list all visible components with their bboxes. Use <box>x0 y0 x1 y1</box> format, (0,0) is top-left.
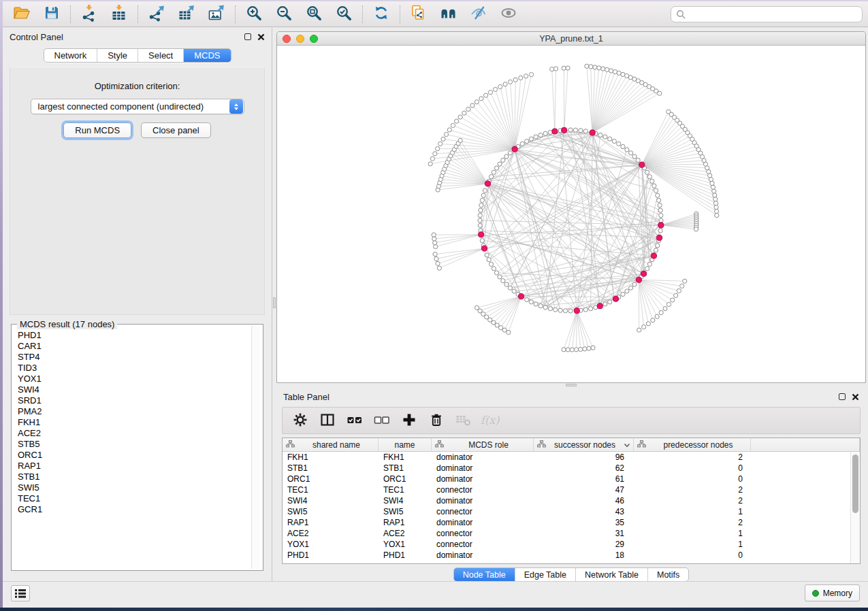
column-header-shared-name[interactable]: shared name <box>283 438 379 451</box>
mcds-result-item[interactable]: FKH1 <box>12 417 249 428</box>
table-row[interactable]: YOX1YOX1connector291 <box>283 539 860 550</box>
mcds-result-item[interactable]: ACE2 <box>12 428 249 439</box>
mcds-result-item[interactable]: GCR1 <box>12 504 249 515</box>
split-panel-button[interactable] <box>314 410 341 431</box>
tab-select[interactable]: Select <box>138 49 184 62</box>
mcds-result-item[interactable]: TID3 <box>12 363 249 374</box>
table-row[interactable]: SWI5SWI5connector431 <box>283 506 860 517</box>
show-all-button[interactable] <box>494 3 524 25</box>
zoom-in-button[interactable] <box>239 3 269 25</box>
mcds-result-item[interactable]: ORC1 <box>12 450 249 461</box>
optimization-criterion-select[interactable]: largest connected component (undirected) <box>31 99 244 114</box>
cell-predecessor_nodes: 2 <box>634 495 751 506</box>
network-column-icon <box>637 440 646 450</box>
refresh-network-button[interactable] <box>366 3 396 25</box>
import-table-button[interactable] <box>104 3 134 25</box>
unselect-all-columns-button[interactable] <box>368 410 396 431</box>
table-row[interactable]: STB1STB1dominator620 <box>283 463 860 474</box>
close-panel-button[interactable]: Close panel <box>141 122 211 138</box>
desktop-background: Control Panel NetworkStyleSelectMCDS Opt… <box>0 0 868 611</box>
tab-style[interactable]: Style <box>97 49 138 62</box>
table-row[interactable]: PHD1PHD1dominator180 <box>283 550 860 561</box>
table-row[interactable]: FKH1FKH1dominator962 <box>283 452 860 463</box>
column-header-predecessor-nodes[interactable]: predecessor nodes <box>634 438 751 451</box>
table-tab-motifs[interactable]: Motifs <box>648 568 688 581</box>
column-header-mcds-role[interactable]: MCDS role <box>432 438 534 451</box>
create-column-button[interactable] <box>396 410 423 431</box>
result-list-scrollbar[interactable] <box>251 326 260 569</box>
float-table-panel-icon[interactable] <box>839 393 846 400</box>
zoom-fit-content-button[interactable] <box>299 3 329 25</box>
mcds-result-item[interactable]: PMA2 <box>12 406 249 417</box>
mcds-result-item[interactable]: TEC1 <box>12 493 249 504</box>
close-table-panel-icon[interactable] <box>852 393 859 401</box>
node-table: shared namenameMCDS rolesuccessor nodesp… <box>282 437 861 564</box>
select-all-columns-button[interactable] <box>341 410 368 431</box>
table-row[interactable]: RAP1RAP1dominator352 <box>283 517 860 528</box>
cell-successor_nodes: 62 <box>534 463 634 474</box>
table-row[interactable]: SWI4SWI4dominator462 <box>283 495 860 506</box>
table-row[interactable]: TEC1TEC1connector472 <box>283 484 860 495</box>
equation-builder-button[interactable]: f(x) <box>477 410 504 431</box>
zoom-selected-button[interactable] <box>329 3 359 25</box>
mcds-result-item[interactable]: PHD1 <box>12 330 249 341</box>
export-table-button[interactable] <box>172 3 202 25</box>
zoom-out-button[interactable] <box>269 3 299 25</box>
save-session-button[interactable] <box>37 3 67 25</box>
node-table-header: shared namenameMCDS rolesuccessor nodesp… <box>283 438 860 452</box>
mcds-result-item[interactable]: RAP1 <box>12 461 249 472</box>
table-scrollbar-thumb[interactable] <box>852 455 858 513</box>
cell-predecessor_nodes: 2 <box>634 517 751 528</box>
delete-table-button[interactable] <box>450 410 477 431</box>
column-header-successor-nodes[interactable]: successor nodes <box>534 438 634 451</box>
vertical-splitter[interactable] <box>272 28 276 584</box>
task-list-icon <box>15 589 26 598</box>
cell-shared_name: SWI5 <box>283 506 379 517</box>
mcds-result-item[interactable]: SWI5 <box>12 482 249 493</box>
mcds-result-item[interactable]: CAR1 <box>12 341 249 352</box>
import-network-button[interactable] <box>74 3 104 25</box>
cell-shared_name: SWI4 <box>283 495 379 506</box>
control-panel-title: Control Panel <box>10 32 63 42</box>
table-tab-node-table[interactable]: Node Table <box>454 568 515 581</box>
mcds-result-item[interactable]: SRD1 <box>12 395 249 406</box>
mcds-result-item[interactable]: SWI4 <box>12 384 249 395</box>
toolbar-separator <box>70 5 71 23</box>
table-scrollbar[interactable] <box>850 452 860 563</box>
tab-mcds[interactable]: MCDS <box>184 49 230 62</box>
column-label: successor nodes <box>546 440 624 450</box>
table-tab-edge-table[interactable]: Edge Table <box>515 568 576 581</box>
column-label: predecessor nodes <box>646 440 750 450</box>
open-file-button[interactable] <box>7 3 37 25</box>
column-settings-button[interactable] <box>287 410 314 431</box>
tab-network[interactable]: Network <box>44 49 98 62</box>
float-panel-icon[interactable] <box>244 33 251 40</box>
export-image-button[interactable] <box>202 3 231 25</box>
run-mcds-button[interactable]: Run MCDS <box>63 122 131 138</box>
close-panel-icon[interactable] <box>257 33 265 41</box>
memory-button[interactable]: Memory <box>805 584 860 601</box>
column-header-name[interactable]: name <box>379 438 432 451</box>
table-tab-network-table[interactable]: Network Table <box>576 568 648 581</box>
table-panel-header: Table Panel <box>276 388 866 406</box>
new-network-from-selection-button[interactable] <box>404 3 434 25</box>
horizontal-splitter[interactable] <box>276 383 866 388</box>
cell-predecessor_nodes: 1 <box>634 506 751 517</box>
mcds-result-item[interactable]: YOX1 <box>12 374 249 384</box>
table-row[interactable]: ORC1ORC1dominator610 <box>283 474 860 484</box>
search-input[interactable] <box>671 6 863 22</box>
delete-columns-icon <box>429 412 444 429</box>
hide-selected-button[interactable] <box>464 3 494 25</box>
delete-columns-button[interactable] <box>423 410 450 431</box>
first-neighbors-button[interactable] <box>434 3 464 25</box>
cell-mcds_role: dominator <box>432 550 534 561</box>
table-row[interactable]: ACE2ACE2connector311 <box>283 528 860 539</box>
network-canvas[interactable] <box>277 46 865 382</box>
export-network-button[interactable] <box>142 3 172 25</box>
mcds-result-item[interactable]: STB1 <box>12 472 249 482</box>
mcds-result-item[interactable]: STB5 <box>12 439 249 450</box>
cell-mcds_role: connector <box>432 484 534 495</box>
task-history-button[interactable] <box>11 585 30 601</box>
mcds-result-item[interactable]: STP4 <box>12 352 249 363</box>
right-pane: YPA_prune.txt_1 Table Panel <box>276 28 868 584</box>
